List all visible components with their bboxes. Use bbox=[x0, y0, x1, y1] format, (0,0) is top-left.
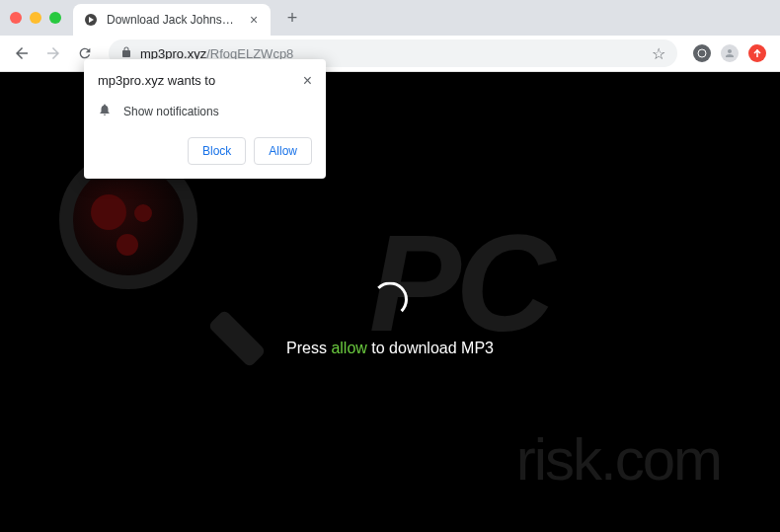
tab-favicon-icon bbox=[83, 12, 99, 28]
titlebar: Download Jack Johnson - Bett × + bbox=[0, 0, 780, 36]
adblock-icon[interactable] bbox=[748, 44, 766, 62]
window-minimize-button[interactable] bbox=[30, 12, 41, 24]
new-tab-button[interactable]: + bbox=[278, 4, 306, 32]
download-message: Press allow to download MP3 bbox=[286, 340, 494, 357]
profile-icon[interactable] bbox=[721, 44, 739, 62]
bell-icon bbox=[98, 103, 112, 119]
back-button[interactable] bbox=[8, 39, 36, 67]
loading-spinner-icon bbox=[372, 281, 408, 317]
permission-body: Show notifications bbox=[98, 103, 312, 119]
extension-icons bbox=[687, 44, 772, 62]
browser-tab[interactable]: Download Jack Johnson - Bett × bbox=[73, 4, 271, 36]
tab-title: Download Jack Johnson - Bett bbox=[107, 13, 239, 27]
notification-permission-dialog: mp3pro.xyz wants to × Show notifications… bbox=[84, 59, 326, 179]
block-button[interactable]: Block bbox=[188, 137, 246, 165]
permission-close-icon[interactable]: × bbox=[303, 73, 312, 89]
allow-button[interactable]: Allow bbox=[254, 137, 312, 165]
permission-header: mp3pro.xyz wants to × bbox=[98, 73, 312, 89]
tab-close-icon[interactable]: × bbox=[247, 13, 261, 27]
message-press: Press bbox=[286, 340, 331, 356]
bookmark-star-icon[interactable]: ☆ bbox=[652, 44, 665, 63]
permission-text: Show notifications bbox=[123, 105, 219, 118]
message-allow: allow bbox=[331, 340, 366, 356]
traffic-lights bbox=[10, 12, 61, 24]
watermark-risk: risk.com bbox=[516, 425, 721, 494]
message-rest: to download MP3 bbox=[367, 340, 494, 356]
extension-icon[interactable] bbox=[693, 44, 711, 62]
forward-button[interactable] bbox=[39, 39, 67, 67]
svg-point-1 bbox=[698, 49, 706, 57]
permission-title: mp3pro.xyz wants to bbox=[98, 73, 215, 88]
permission-actions: Block Allow bbox=[98, 137, 312, 165]
window-close-button[interactable] bbox=[10, 12, 22, 24]
window-maximize-button[interactable] bbox=[49, 12, 61, 24]
